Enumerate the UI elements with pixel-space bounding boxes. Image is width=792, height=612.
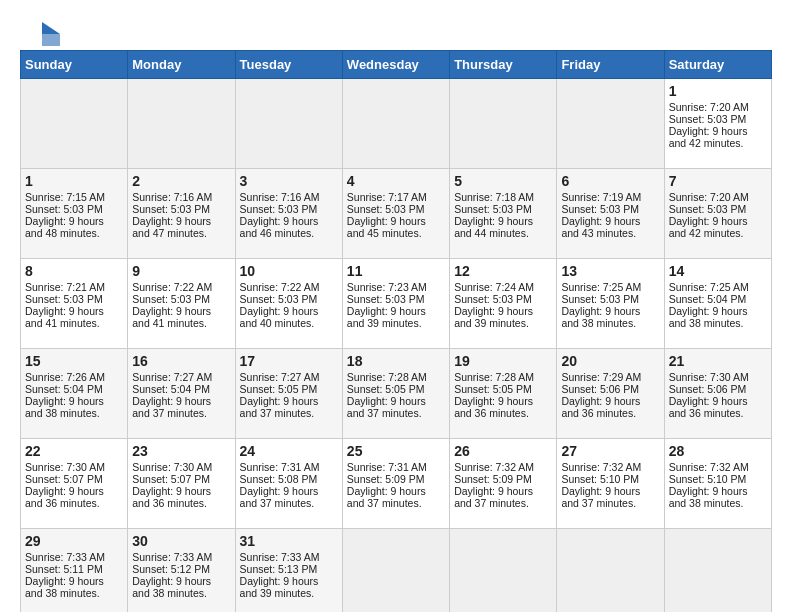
sunset-text: Sunset: 5:05 PM <box>454 383 532 395</box>
sunset-text: Sunset: 5:03 PM <box>561 203 639 215</box>
day-header-thursday: Thursday <box>450 51 557 79</box>
daylight-text: Daylight: 9 hours and 46 minutes. <box>240 215 319 239</box>
sunrise-text: Sunrise: 7:28 AM <box>347 371 427 383</box>
daylight-text: Daylight: 9 hours and 38 minutes. <box>132 575 211 599</box>
calendar-cell <box>21 79 128 169</box>
header <box>20 20 772 40</box>
calendar-cell: 25Sunrise: 7:31 AMSunset: 5:09 PMDayligh… <box>342 439 449 529</box>
daylight-text: Daylight: 9 hours and 38 minutes. <box>25 575 104 599</box>
calendar-cell: 31Sunrise: 7:33 AMSunset: 5:13 PMDayligh… <box>235 529 342 613</box>
sunrise-text: Sunrise: 7:28 AM <box>454 371 534 383</box>
sunset-text: Sunset: 5:03 PM <box>454 203 532 215</box>
sunset-text: Sunset: 5:13 PM <box>240 563 318 575</box>
calendar-cell: 15Sunrise: 7:26 AMSunset: 5:04 PMDayligh… <box>21 349 128 439</box>
day-number: 14 <box>669 263 767 279</box>
sunrise-text: Sunrise: 7:27 AM <box>132 371 212 383</box>
calendar-cell: 11Sunrise: 7:23 AMSunset: 5:03 PMDayligh… <box>342 259 449 349</box>
daylight-text: Daylight: 9 hours and 38 minutes. <box>669 305 748 329</box>
sunset-text: Sunset: 5:03 PM <box>25 203 103 215</box>
week-row-4: 22Sunrise: 7:30 AMSunset: 5:07 PMDayligh… <box>21 439 772 529</box>
sunrise-text: Sunrise: 7:22 AM <box>240 281 320 293</box>
sunset-text: Sunset: 5:03 PM <box>25 293 103 305</box>
sunset-text: Sunset: 5:07 PM <box>132 473 210 485</box>
sunset-text: Sunset: 5:05 PM <box>240 383 318 395</box>
day-number: 20 <box>561 353 659 369</box>
day-number: 21 <box>669 353 767 369</box>
sunset-text: Sunset: 5:03 PM <box>454 293 532 305</box>
calendar-cell: 10Sunrise: 7:22 AMSunset: 5:03 PMDayligh… <box>235 259 342 349</box>
day-number: 16 <box>132 353 230 369</box>
week-row-3: 15Sunrise: 7:26 AMSunset: 5:04 PMDayligh… <box>21 349 772 439</box>
calendar-cell: 26Sunrise: 7:32 AMSunset: 5:09 PMDayligh… <box>450 439 557 529</box>
sunrise-text: Sunrise: 7:30 AM <box>25 461 105 473</box>
daylight-text: Daylight: 9 hours and 37 minutes. <box>347 485 426 509</box>
calendar-cell: 27Sunrise: 7:32 AMSunset: 5:10 PMDayligh… <box>557 439 664 529</box>
daylight-text: Daylight: 9 hours and 39 minutes. <box>454 305 533 329</box>
week-row-0: 1Sunrise: 7:20 AMSunset: 5:03 PMDaylight… <box>21 79 772 169</box>
calendar-cell <box>342 79 449 169</box>
daylight-text: Daylight: 9 hours and 37 minutes. <box>347 395 426 419</box>
sunset-text: Sunset: 5:11 PM <box>25 563 103 575</box>
calendar-cell: 20Sunrise: 7:29 AMSunset: 5:06 PMDayligh… <box>557 349 664 439</box>
calendar-cell: 24Sunrise: 7:31 AMSunset: 5:08 PMDayligh… <box>235 439 342 529</box>
sunset-text: Sunset: 5:06 PM <box>561 383 639 395</box>
sunrise-text: Sunrise: 7:33 AM <box>25 551 105 563</box>
sunrise-text: Sunrise: 7:20 AM <box>669 191 749 203</box>
daylight-text: Daylight: 9 hours and 39 minutes. <box>347 305 426 329</box>
day-header-wednesday: Wednesday <box>342 51 449 79</box>
daylight-text: Daylight: 9 hours and 44 minutes. <box>454 215 533 239</box>
week-row-2: 8Sunrise: 7:21 AMSunset: 5:03 PMDaylight… <box>21 259 772 349</box>
daylight-text: Daylight: 9 hours and 41 minutes. <box>132 305 211 329</box>
day-number: 5 <box>454 173 552 189</box>
calendar-cell <box>235 79 342 169</box>
sunset-text: Sunset: 5:03 PM <box>561 293 639 305</box>
sunrise-text: Sunrise: 7:30 AM <box>132 461 212 473</box>
daylight-text: Daylight: 9 hours and 37 minutes. <box>240 395 319 419</box>
week-row-5: 29Sunrise: 7:33 AMSunset: 5:11 PMDayligh… <box>21 529 772 613</box>
day-number: 13 <box>561 263 659 279</box>
daylight-text: Daylight: 9 hours and 45 minutes. <box>347 215 426 239</box>
day-number: 17 <box>240 353 338 369</box>
day-number: 9 <box>132 263 230 279</box>
sunset-text: Sunset: 5:08 PM <box>240 473 318 485</box>
calendar-cell: 3Sunrise: 7:16 AMSunset: 5:03 PMDaylight… <box>235 169 342 259</box>
sunrise-text: Sunrise: 7:15 AM <box>25 191 105 203</box>
day-header-sunday: Sunday <box>21 51 128 79</box>
sunrise-text: Sunrise: 7:32 AM <box>454 461 534 473</box>
daylight-text: Daylight: 9 hours and 47 minutes. <box>132 215 211 239</box>
calendar-cell: 19Sunrise: 7:28 AMSunset: 5:05 PMDayligh… <box>450 349 557 439</box>
calendar-cell <box>664 529 771 613</box>
week-row-1: 1Sunrise: 7:15 AMSunset: 5:03 PMDaylight… <box>21 169 772 259</box>
daylight-text: Daylight: 9 hours and 36 minutes. <box>454 395 533 419</box>
sunset-text: Sunset: 5:04 PM <box>132 383 210 395</box>
day-number: 25 <box>347 443 445 459</box>
day-number: 1 <box>25 173 123 189</box>
day-number: 26 <box>454 443 552 459</box>
sunset-text: Sunset: 5:07 PM <box>25 473 103 485</box>
sunset-text: Sunset: 5:09 PM <box>347 473 425 485</box>
sunset-text: Sunset: 5:03 PM <box>132 203 210 215</box>
sunrise-text: Sunrise: 7:27 AM <box>240 371 320 383</box>
day-number: 6 <box>561 173 659 189</box>
daylight-text: Daylight: 9 hours and 48 minutes. <box>25 215 104 239</box>
sunset-text: Sunset: 5:04 PM <box>669 293 747 305</box>
calendar-cell: 21Sunrise: 7:30 AMSunset: 5:06 PMDayligh… <box>664 349 771 439</box>
sunrise-text: Sunrise: 7:21 AM <box>25 281 105 293</box>
sunrise-text: Sunrise: 7:24 AM <box>454 281 534 293</box>
sunset-text: Sunset: 5:10 PM <box>669 473 747 485</box>
sunrise-text: Sunrise: 7:33 AM <box>240 551 320 563</box>
day-header-friday: Friday <box>557 51 664 79</box>
daylight-text: Daylight: 9 hours and 37 minutes. <box>561 485 640 509</box>
day-header-saturday: Saturday <box>664 51 771 79</box>
sunrise-text: Sunrise: 7:32 AM <box>561 461 641 473</box>
sunset-text: Sunset: 5:12 PM <box>132 563 210 575</box>
calendar-cell: 13Sunrise: 7:25 AMSunset: 5:03 PMDayligh… <box>557 259 664 349</box>
day-number: 30 <box>132 533 230 549</box>
calendar-cell: 18Sunrise: 7:28 AMSunset: 5:05 PMDayligh… <box>342 349 449 439</box>
calendar-cell: 9Sunrise: 7:22 AMSunset: 5:03 PMDaylight… <box>128 259 235 349</box>
calendar-cell: 7Sunrise: 7:20 AMSunset: 5:03 PMDaylight… <box>664 169 771 259</box>
sunrise-text: Sunrise: 7:29 AM <box>561 371 641 383</box>
daylight-text: Daylight: 9 hours and 40 minutes. <box>240 305 319 329</box>
sunrise-text: Sunrise: 7:32 AM <box>669 461 749 473</box>
day-number: 19 <box>454 353 552 369</box>
